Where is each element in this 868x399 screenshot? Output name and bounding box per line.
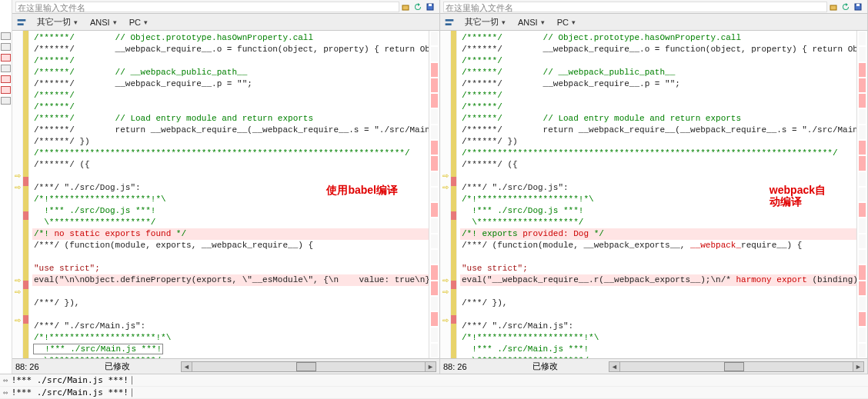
encoding-dropdown[interactable]: ANSI <box>87 18 120 27</box>
code-area[interactable]: /******/ // Object.prototype.hasOwnPrope… <box>29 31 429 358</box>
all-dropdown[interactable]: 其它一切 <box>462 16 509 28</box>
code-line: /******/ ({ <box>32 159 429 171</box>
code-line: /***/ "./src/Main.js": <box>460 321 856 332</box>
nav-row-text: !*** ./src/Main.js ***! <box>12 387 129 399</box>
code-line <box>460 171 856 182</box>
code-line: /******/ }) <box>460 136 856 148</box>
code-line <box>32 286 429 298</box>
code-line <box>460 286 856 298</box>
nav-diff-icon: ⇔ <box>3 387 8 399</box>
statusbar: 88: 26已修改◄► <box>440 358 867 374</box>
code-line: /***************************************… <box>460 148 856 159</box>
scroll-thumb[interactable] <box>724 362 744 371</box>
save-icon[interactable] <box>852 1 864 13</box>
code-line <box>32 171 429 182</box>
scroll-left-icon[interactable]: ◄ <box>182 362 192 371</box>
code-line: /******/ // Load entry module and return… <box>32 113 429 125</box>
marker-gutter: ⇨⇨⇨⇨⇨ <box>12 31 23 358</box>
horizontal-scrollbar[interactable]: ◄► <box>609 361 864 372</box>
scroll-right-icon[interactable]: ► <box>425 362 436 371</box>
refresh-icon[interactable] <box>840 1 852 13</box>
code-line: \*********************/ <box>460 355 856 358</box>
all-dropdown[interactable]: 其它一切 <box>34 16 81 28</box>
code-line <box>460 251 856 263</box>
code-line: /******/ __webpack_require__.o = functio… <box>460 44 856 55</box>
change-strip <box>23 31 29 358</box>
topbar: 在这里输入文件名 <box>12 0 439 14</box>
change-strip <box>451 31 457 358</box>
dual-pane-container: 在这里输入文件名其它一切ANSIPC⇨⇨⇨⇨⇨/******/ // Objec… <box>0 0 868 374</box>
nav-diff-icon: ⇔ <box>3 374 8 387</box>
svg-rect-9 <box>446 23 452 25</box>
svg-rect-0 <box>402 5 409 10</box>
code-line <box>32 251 429 263</box>
code-line <box>32 309 429 321</box>
code-line: !*** ./src/Dog.js ***! <box>32 205 429 217</box>
code-line: /******/ <box>32 90 429 101</box>
svg-rect-5 <box>830 5 836 10</box>
open-icon[interactable] <box>399 1 412 13</box>
svg-rect-2 <box>429 4 432 6</box>
horizontal-scrollbar[interactable]: ◄► <box>181 361 436 372</box>
code-line: !*** ./src/Dog.js ***! <box>460 205 856 217</box>
format-icon[interactable] <box>443 16 456 28</box>
code-line: /******/ ({ <box>460 159 856 171</box>
format-icon[interactable] <box>15 16 28 28</box>
code-line: /******/ return __webpack_require__(__we… <box>460 125 856 136</box>
code-line: /*!*********************!*\ <box>460 332 856 344</box>
code-line: eval("__webpack_require__.r(__webpack_ex… <box>460 274 856 286</box>
segment-strip[interactable] <box>429 31 439 358</box>
scroll-thumb[interactable] <box>296 362 316 371</box>
editor: ⇨⇨⇨⇨⇨/******/ // Object.prototype.hasOwn… <box>440 31 867 358</box>
svg-rect-7 <box>856 4 860 6</box>
code-line: /******/ <box>32 55 429 67</box>
platform-dropdown[interactable]: PC <box>554 18 579 27</box>
nav-row[interactable]: ⇔!*** ./src/Main.js ***!⎸ <box>0 374 868 387</box>
nav-row-text: !*** ./src/Main.js ***! <box>12 374 129 387</box>
code-line: /******/ __webpack_require__.p = ""; <box>460 78 856 90</box>
code-line: /******/ <box>32 101 429 113</box>
code-line: \*********************/ <box>32 355 429 358</box>
code-area[interactable]: /******/ // Object.prototype.hasOwnPrope… <box>457 31 856 358</box>
segment-strip[interactable] <box>856 31 867 358</box>
modified-label: 已修改 <box>54 361 181 372</box>
code-line: /***************************************… <box>32 148 429 159</box>
save-icon[interactable] <box>424 1 436 13</box>
subbar: 其它一切ANSIPC <box>12 14 439 31</box>
code-line <box>460 309 856 321</box>
open-icon[interactable] <box>827 1 840 13</box>
refresh-icon[interactable] <box>412 1 424 13</box>
encoding-dropdown[interactable]: ANSI <box>515 18 548 27</box>
marker-gutter: ⇨⇨⇨⇨⇨ <box>440 31 451 358</box>
nav-row[interactable]: ⇔!*** ./src/Main.js ***!⎸ <box>0 387 868 399</box>
cursor-position: 88: 26 <box>443 362 482 371</box>
modified-label: 已修改 <box>482 361 609 372</box>
filename-input[interactable]: 在这里输入文件名 <box>443 2 827 12</box>
code-line: eval("\n\nObject.defineProperty(exports,… <box>32 274 429 286</box>
code-line: /******/ // __webpack_public_path__ <box>32 67 429 78</box>
svg-rect-4 <box>18 23 24 25</box>
nav-history: ⇔!*** ./src/Main.js ***!⎸⇔!*** ./src/Mai… <box>0 374 868 399</box>
code-line: /******/ __webpack_require__.o = functio… <box>32 44 429 55</box>
scroll-right-icon[interactable]: ► <box>853 362 863 371</box>
topbar: 在这里输入文件名 <box>440 0 867 14</box>
code-line: /***/ "./src/Dog.js": <box>32 182 429 194</box>
code-line: /*! no static exports found */ <box>32 228 429 240</box>
code-line: \********************/ <box>460 217 856 228</box>
code-line: /******/ <box>460 90 856 101</box>
right-pane: 在这里输入文件名其它一切ANSIPC⇨⇨⇨⇨⇨/******/ // Objec… <box>440 0 868 374</box>
code-line: /******/ // Object.prototype.hasOwnPrope… <box>32 32 429 44</box>
diff-overview-strip[interactable] <box>0 0 12 374</box>
code-line: /******/ }) <box>32 136 429 148</box>
code-line: "use strict"; <box>32 263 429 274</box>
scroll-left-icon[interactable]: ◄ <box>609 362 620 371</box>
code-line: /***/ }), <box>32 298 429 309</box>
code-line: /***/ (function(module, __webpack_export… <box>460 240 856 251</box>
filename-input[interactable]: 在这里输入文件名 <box>15 2 399 12</box>
code-line: /*!*********************!*\ <box>32 332 429 344</box>
statusbar: 88: 26已修改◄► <box>12 358 439 374</box>
code-line: /***/ "./src/Dog.js": <box>460 182 856 194</box>
platform-dropdown[interactable]: PC <box>126 18 151 27</box>
code-line: /*!********************!*\ <box>32 194 429 205</box>
code-line: /******/ // Object.prototype.hasOwnPrope… <box>460 32 856 44</box>
